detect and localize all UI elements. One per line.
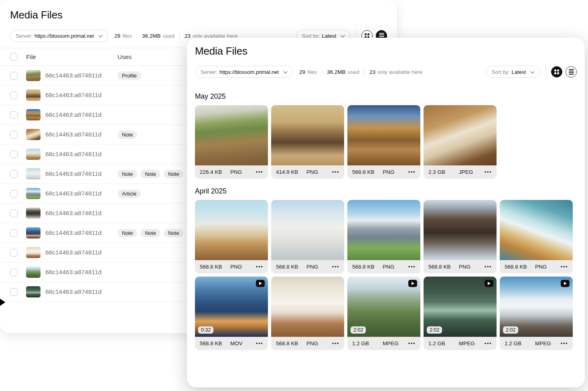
row-checkbox[interactable] (10, 288, 18, 296)
media-card[interactable]: 2.3 GBJPEG••• (424, 105, 497, 179)
file-id: 68c14463:a874811d (45, 249, 119, 256)
files-label: files (307, 69, 317, 75)
media-card[interactable]: 226.4 KBPNG••• (195, 105, 268, 179)
row-checkbox[interactable] (10, 72, 18, 79)
video-duration-badge: 2:02 (351, 326, 366, 334)
sort-dropdown[interactable]: Sort by: Latest (486, 66, 540, 78)
carpenter-thumbnail[interactable] (424, 105, 497, 165)
media-card[interactable]: 568.8 KBPNG••• (347, 105, 420, 179)
programmer-desk-thumbnail[interactable]: 0:32 (195, 277, 268, 337)
select-all-checkbox[interactable] (10, 53, 18, 61)
media-card[interactable]: 0:32568.8 KBMOV••• (195, 277, 268, 350)
dark-workroom-thumbnail[interactable]: 2:02 (424, 277, 497, 337)
row-checkbox[interactable] (10, 92, 18, 99)
file-size: 568.8 KB (505, 264, 535, 270)
more-options-button[interactable]: ••• (408, 264, 416, 270)
use-tag: Note (118, 229, 137, 237)
wave-art-thumbnail[interactable] (500, 200, 573, 260)
more-options-button[interactable]: ••• (561, 340, 568, 346)
more-options-button[interactable]: ••• (485, 264, 492, 270)
more-options-button[interactable]: ••• (256, 264, 263, 270)
media-card[interactable]: 2:021.2 GBMPEG••• (500, 277, 573, 350)
file-format: PNG (459, 264, 470, 270)
server-label: Server: (16, 33, 32, 39)
used-value: 36.2MB (142, 33, 161, 39)
desktop-canvas: Media Files Server: https://blossom.prim… (0, 0, 588, 391)
family-walk-thumbnail[interactable] (195, 105, 268, 165)
row-checkbox[interactable] (10, 170, 18, 178)
media-card[interactable]: 568.8 KBPNG••• (271, 277, 344, 350)
file-id: 68c14463:a874811d (45, 92, 119, 99)
media-card[interactable]: 568.8 KBPNG••• (347, 200, 420, 273)
grid-view-button[interactable] (551, 66, 562, 77)
file-format: PNG (306, 340, 318, 346)
card-footer: 568.8 KBPNG••• (195, 260, 268, 273)
file-format: MOV (230, 340, 243, 346)
more-options-button[interactable]: ••• (561, 264, 568, 270)
media-card[interactable]: 2:021.2 GBMPEG••• (347, 277, 420, 350)
more-options-button[interactable]: ••• (256, 340, 263, 346)
media-card[interactable]: 568.8 KBPNG••• (424, 200, 497, 273)
more-options-button[interactable]: ••• (485, 169, 492, 175)
file-id: 68c14463:a874811d (45, 229, 119, 236)
row-checkbox[interactable] (10, 269, 18, 276)
eagle-valley-thumbnail[interactable]: 2:02 (347, 277, 420, 337)
media-card[interactable]: 568.8 KBPNG••• (500, 200, 573, 273)
row-checkbox[interactable] (10, 151, 18, 158)
media-card[interactable]: 568.8 KBPNG••• (195, 200, 268, 273)
more-options-button[interactable]: ••• (332, 169, 339, 175)
divider (322, 69, 322, 75)
more-options-button[interactable]: ••• (408, 169, 416, 175)
programmer-desk-thumbnail (26, 227, 41, 238)
file-format: PNG (230, 169, 242, 175)
use-tag: Note (140, 229, 160, 237)
video-duration-badge: 2:02 (503, 326, 518, 334)
file-size: 568.8 KB (352, 264, 383, 270)
more-options-button[interactable]: ••• (408, 340, 416, 346)
row-checkbox[interactable] (10, 131, 18, 138)
list-view-button[interactable] (566, 66, 577, 77)
cards-grid: 568.8 KBPNG•••568.8 KBPNG•••568.8 KBPNG•… (195, 200, 577, 350)
file-size: 568.8 KB (200, 264, 230, 270)
mountain-hiker-thumbnail[interactable]: 2:02 (500, 277, 573, 337)
server-value: https://blossom.primal.net (219, 69, 279, 75)
row-checkbox[interactable] (10, 210, 18, 217)
cards-grid: 226.4 KBPNG•••414.9 KBPNG•••568.8 KBPNG•… (195, 105, 577, 179)
more-options-button[interactable]: ••• (485, 340, 492, 346)
file-id: 68c14463:a874811d (45, 72, 119, 79)
airplane-city-thumbnail[interactable] (195, 200, 268, 260)
file-size: 2.3 GB (428, 169, 459, 175)
row-checkbox[interactable] (10, 229, 18, 237)
file-stats: 29files 36.2MBused 23only available here (299, 69, 422, 75)
media-card[interactable]: 414.9 KBPNG••• (271, 105, 344, 179)
victorian-house-thumbnail[interactable] (347, 200, 420, 260)
futuristic-library-thumbnail[interactable] (424, 200, 497, 260)
card-footer: 568.8 KBPNG••• (271, 260, 344, 273)
use-tag: Note (164, 229, 183, 237)
chevron-down-icon (283, 69, 288, 75)
uses-tags: Article (118, 189, 141, 198)
used-label: used (348, 69, 359, 75)
capitol-flag-thumbnail[interactable] (271, 200, 344, 260)
more-options-button[interactable]: ••• (332, 340, 339, 346)
divider (545, 66, 546, 77)
card-footer: 1.2 GBMPEG••• (347, 337, 420, 350)
server-dropdown[interactable]: Server: https://blossom.primal.net (10, 30, 108, 42)
row-checkbox[interactable] (10, 190, 18, 198)
play-icon (256, 280, 265, 287)
more-options-button[interactable]: ••• (256, 169, 263, 175)
doctor-patient-thumbnail[interactable] (271, 277, 344, 337)
row-checkbox[interactable] (10, 249, 18, 257)
eagle-valley-thumbnail (26, 267, 41, 278)
media-card[interactable]: 2:021.2 GBMPEG••• (424, 277, 497, 350)
media-card[interactable]: 568.8 KBPNG••• (271, 200, 344, 273)
bull-run-thumbnail[interactable] (271, 105, 344, 165)
more-options-button[interactable]: ••• (332, 264, 339, 270)
row-checkbox[interactable] (10, 111, 18, 119)
server-dropdown[interactable]: Server: https://blossom.primal.net (195, 66, 293, 78)
files-count: 29 (114, 33, 120, 39)
card-footer: 226.4 KBPNG••• (195, 165, 268, 179)
ornate-library-thumbnail[interactable] (347, 105, 420, 165)
used-value: 36.2MB (327, 69, 346, 75)
file-size: 568.8 KB (352, 169, 383, 175)
